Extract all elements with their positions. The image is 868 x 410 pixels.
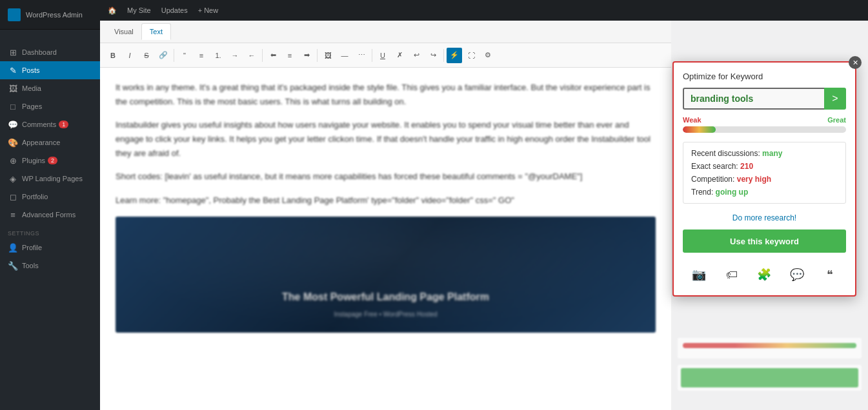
- plugins-badge: 2: [48, 157, 57, 164]
- keyword-input-row: >: [683, 88, 846, 110]
- toolbar-more[interactable]: ⋯: [354, 48, 369, 63]
- pages-icon: □: [8, 101, 18, 112]
- panel-icon-camera[interactable]: 📷: [687, 263, 711, 286]
- sidebar-item-label: WP Landing Pages: [22, 175, 83, 182]
- stat-label-recent: Recent discussions:: [691, 149, 760, 158]
- research-link-container: Do more research!: [683, 211, 846, 223]
- toolbar-redo[interactable]: ↪: [425, 48, 441, 63]
- toolbar-link[interactable]: 🔗: [156, 48, 171, 63]
- sidebar-item-wplp[interactable]: ◈ WP Landing Pages: [0, 170, 100, 188]
- toolbar-outdent[interactable]: ←: [244, 48, 259, 63]
- toolbar-strike[interactable]: S: [139, 48, 154, 63]
- stat-label-competition: Competition:: [691, 175, 734, 184]
- profile-icon: 👤: [8, 242, 18, 253]
- toolbar-image[interactable]: 🖼: [320, 48, 336, 63]
- editor-paragraph-2: Instabuilder gives you useful insights a…: [116, 118, 656, 161]
- stat-value-competition: very high: [737, 175, 771, 184]
- sidebar: WordPress Admin ⊞ Dashboard ✎ Posts 🖼 Me…: [0, 0, 100, 410]
- sidebar-item-label: Media: [22, 84, 41, 92]
- toolbar-undo[interactable]: ↩: [409, 48, 424, 63]
- sidebar-item-plugins[interactable]: ⊕ Plugins 2: [0, 151, 100, 170]
- sidebar-item-label: Plugins: [22, 157, 45, 164]
- sidebar-item-label: Profile: [22, 244, 42, 251]
- right-bottom-blurred-panel: [678, 338, 862, 358]
- sidebar-item-appearance[interactable]: 🎨 Appearance: [0, 133, 100, 151]
- toolbar-underline[interactable]: U: [375, 48, 390, 63]
- stat-label-exact: Exact search:: [691, 162, 738, 171]
- tag-icon: 🏷: [726, 268, 738, 282]
- sidebar-item-media[interactable]: 🖼 Media: [0, 79, 100, 97]
- editor-image: The Most Powerful Landing Page Platform …: [116, 217, 656, 333]
- sidebar-item-posts[interactable]: ✎ Posts: [0, 61, 100, 79]
- admin-bar-site[interactable]: My Site: [127, 6, 151, 14]
- label-great: Great: [827, 116, 846, 124]
- toolbar-bold[interactable]: B: [105, 48, 121, 63]
- progress-bar-bg: [683, 126, 846, 133]
- green-action-bar: [681, 368, 858, 387]
- sidebar-item-tools[interactable]: 🔧 Tools: [0, 257, 100, 275]
- keyword-go-button[interactable]: >: [824, 88, 846, 110]
- toolbar-clear[interactable]: ✗: [392, 48, 407, 63]
- toolbar-align-left[interactable]: ⬅: [265, 48, 281, 63]
- sidebar-item-portfolio[interactable]: ◻ Portfolio: [0, 188, 100, 206]
- progress-labels: Weak Great: [683, 116, 846, 124]
- camera-icon: 📷: [692, 268, 706, 282]
- toolbar-align-right[interactable]: ➡: [299, 48, 314, 63]
- sidebar-item-label: Dashboard: [22, 48, 57, 56]
- close-button[interactable]: ✕: [849, 56, 862, 69]
- stat-trend: Trend: going up: [691, 188, 838, 197]
- sidebar-item-advanced-forms[interactable]: ≡ Advanced Forms: [0, 206, 100, 224]
- toolbar-fullscreen[interactable]: ⛶: [463, 48, 479, 63]
- sidebar-item-pages[interactable]: □ Pages: [0, 97, 100, 115]
- keyword-input[interactable]: [683, 88, 824, 110]
- research-link[interactable]: Do more research!: [732, 213, 796, 222]
- sidebar-item-label: Posts: [22, 66, 40, 74]
- editor-tabs: Visual Text: [100, 21, 671, 43]
- panel-icon-speech[interactable]: 💬: [785, 263, 809, 286]
- stat-value-exact: 210: [740, 162, 753, 171]
- panel-icon-quote[interactable]: ❝: [818, 263, 842, 286]
- sidebar-item-profile[interactable]: 👤 Profile: [0, 239, 100, 257]
- score-bar: [683, 343, 856, 348]
- toolbar-blockquote[interactable]: ": [177, 48, 192, 63]
- stat-label-trend: Trend:: [691, 188, 713, 197]
- admin-bar-updates[interactable]: Updates: [161, 6, 188, 14]
- toolbar-indent[interactable]: →: [227, 48, 243, 63]
- editor-area: Visual Text B I S 🔗 " ≡ 1. → ← ⬅ ≡ ➡ 🖼 —…: [100, 21, 671, 410]
- dashboard-icon: ⊞: [8, 47, 18, 57]
- admin-bar: 🏠 My Site Updates + New: [100, 0, 868, 21]
- toolbar-italic[interactable]: I: [122, 48, 137, 63]
- wordpress-icon: [8, 8, 21, 21]
- sidebar-item-label: Advanced Forms: [22, 211, 76, 219]
- sidebar-item-label: Appearance: [22, 139, 60, 146]
- sidebar-item-label: Comments: [22, 121, 56, 128]
- toolbar-hr[interactable]: —: [337, 48, 352, 63]
- toolbar-settings[interactable]: ⚙: [480, 48, 496, 63]
- panel-icon-tag[interactable]: 🏷: [720, 263, 743, 286]
- toolbar-align-center[interactable]: ≡: [282, 48, 298, 63]
- toolbar-ul[interactable]: ≡: [194, 48, 209, 63]
- tab-text[interactable]: Text: [141, 23, 171, 40]
- admin-bar-home[interactable]: 🏠: [108, 6, 117, 15]
- tab-visual[interactable]: Visual: [106, 24, 141, 39]
- toolbar-divider-5: [443, 49, 444, 62]
- portfolio-icon: ◻: [8, 191, 18, 202]
- keyword-panel: ✕ Optimize for Keyword > Weak Great Rece…: [672, 61, 856, 297]
- plugins-icon: ⊕: [8, 155, 18, 166]
- toolbar-ol[interactable]: 1.: [210, 48, 226, 63]
- sidebar-item-label: Portfolio: [22, 193, 48, 200]
- label-weak: Weak: [683, 116, 701, 124]
- image-subtext: Instapage Free • WordPress Hosted: [334, 309, 437, 320]
- wplp-icon: ◈: [8, 173, 18, 184]
- use-keyword-button[interactable]: Use this keyword: [683, 229, 846, 253]
- editor-paragraph-4: Learn more: "homepage", Probably the Bes…: [116, 193, 656, 208]
- toolbar-kitchen-sink[interactable]: ⚡: [447, 48, 462, 63]
- sidebar-section-settings-label: Settings: [0, 224, 100, 239]
- puzzle-icon: 🧩: [757, 268, 771, 282]
- sidebar-item-comments[interactable]: 💬 Comments 1: [0, 115, 100, 133]
- panel-icons: 📷 🏷 🧩 💬 ❝: [683, 260, 846, 286]
- stat-value-recent: many: [762, 149, 782, 158]
- admin-bar-new[interactable]: + New: [198, 6, 219, 14]
- sidebar-item-dashboard[interactable]: ⊞ Dashboard: [0, 43, 100, 61]
- panel-icon-puzzle[interactable]: 🧩: [752, 263, 776, 286]
